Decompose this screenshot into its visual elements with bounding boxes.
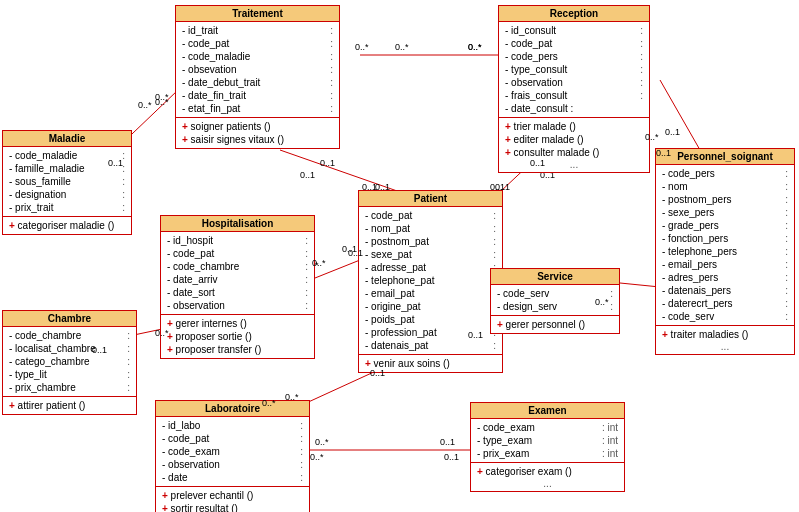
svg-line-20 [660, 80, 700, 150]
reception-box: Reception - id_consult: - code_pat: - co… [498, 5, 650, 173]
reception-attrs: - id_consult: - code_pat: - code_pers: -… [499, 22, 649, 118]
maladie-methods: + categoriser maladie () [3, 217, 131, 234]
svg-text:0..*: 0..* [155, 97, 169, 107]
personnel-soignant-title: Personnel_soignant [656, 149, 794, 165]
label-traitement-reception-left: 0..* [355, 42, 369, 52]
svg-line-3 [280, 150, 400, 192]
svg-text:0..1: 0..1 [665, 127, 680, 137]
traitement-methods: + soigner patients () + saisir signes vi… [176, 118, 339, 148]
label-hospit-patient-right: 0..1 [348, 248, 363, 258]
examen-methods: + categoriser exam () ... [471, 463, 624, 491]
label-reception-patient-bot: 0..1 [495, 182, 510, 192]
svg-text:0..*: 0..* [155, 92, 169, 102]
service-title: Service [491, 269, 619, 285]
patient-box: Patient - code_pat: - nom_pat: - postnom… [358, 190, 503, 373]
chambre-box: Chambre - code_chambre: - localisat_cham… [2, 310, 137, 415]
laboratoire-box: Laboratoire - id_labo: - code_pat: - cod… [155, 400, 310, 512]
label-service-patient: 0..1 [468, 330, 483, 340]
svg-text:0..1: 0..1 [440, 437, 455, 447]
traitement-box: Traitement - id_trait: - code_pat: - cod… [175, 5, 340, 149]
laboratoire-methods: + prelever echantil () + sortir resultat… [156, 487, 309, 512]
label-lab-examen-right: 0..1 [444, 452, 459, 462]
patient-title: Patient [359, 191, 502, 207]
label-maladie-traitement-top: 0..* [138, 100, 152, 110]
label-maladie-traitement-bot: 0..1 [108, 158, 123, 168]
label-chambre-hospit-right: 0..* [155, 328, 169, 338]
label-lab-examen-left: 0..* [310, 452, 324, 462]
label-service-personnel: 0..* [595, 297, 609, 307]
traitement-attrs: - id_trait: - code_pat: - code_maladie: … [176, 22, 339, 118]
label-traitement-patient-bot: 0..1 [362, 182, 377, 192]
chambre-title: Chambre [3, 311, 136, 327]
label-reception-personnel-bot: 0..1 [656, 148, 671, 158]
laboratoire-title: Laboratoire [156, 401, 309, 417]
hospitalisation-methods: + gerer internes () + proposer sortie ()… [161, 315, 314, 358]
label-hospit-patient-left: 0..* [312, 258, 326, 268]
maladie-title: Maladie [3, 131, 131, 147]
reception-methods: + trier malade () + editer malade () + c… [499, 118, 649, 172]
hospitalisation-attrs: - id_hospit: - code_pat: - code_chambre:… [161, 232, 314, 315]
chambre-methods: + attirer patient () [3, 397, 136, 414]
label-reception-personnel-top: 0..* [645, 132, 659, 142]
label-traitement-reception-right: 0..* [468, 42, 482, 52]
traitement-title: Traitement [176, 6, 339, 22]
personnel-soignant-attrs: - code_pers: - nom: - postnom_pers: - se… [656, 165, 794, 326]
svg-text:0..*: 0..* [395, 42, 409, 52]
personnel-soignant-box: Personnel_soignant - code_pers: - nom: -… [655, 148, 795, 355]
examen-attrs: - code_exam: int - type_exam: int - prix… [471, 419, 624, 463]
label-lab-patient-top: 0..* [262, 398, 276, 408]
label-chambre-hospit-left: 0..1 [92, 345, 107, 355]
chambre-attrs: - code_chambre: - localisat_chambre: - c… [3, 327, 136, 397]
hospitalisation-box: Hospitalisation - id_hospit: - code_pat:… [160, 215, 315, 359]
reception-title: Reception [499, 6, 649, 22]
examen-title: Examen [471, 403, 624, 419]
svg-text:0..*: 0..* [315, 437, 329, 447]
svg-text:0..1: 0..1 [300, 170, 315, 180]
service-methods: + gerer personnel () [491, 316, 619, 333]
label-reception-patient-top: 0..1 [530, 158, 545, 168]
label-traitement-patient-top: 0..1 [320, 158, 335, 168]
label-lab-patient-bot: 0..1 [370, 368, 385, 378]
hospitalisation-title: Hospitalisation [161, 216, 314, 232]
personnel-soignant-methods: + traiter maladies () ... [656, 326, 794, 354]
maladie-box: Maladie - code_maladie: - famille_maladi… [2, 130, 132, 235]
examen-box: Examen - code_exam: int - type_exam: int… [470, 402, 625, 492]
laboratoire-attrs: - id_labo: - code_pat: - code_exam: - ob… [156, 417, 309, 487]
